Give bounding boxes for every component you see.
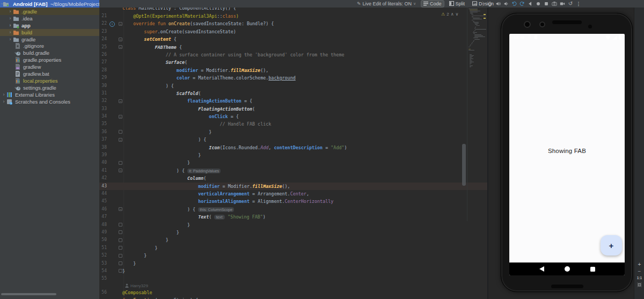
chevron-right-icon[interactable]: › (8, 9, 13, 14)
code-line-28[interactable]: 28 modifier = Modifier.fillMaxSize(), (99, 67, 487, 74)
home-icon[interactable] (536, 1, 541, 6)
code-line-39[interactable]: 39 } (99, 151, 487, 159)
chevron-right-icon[interactable]: › (8, 23, 13, 28)
editor-scrollbar-thumb[interactable] (462, 144, 466, 186)
code-line-38[interactable]: 38 Icon(Icons.Rounded.Add, contentDescri… (99, 144, 487, 151)
code-line[interactable]: class MainActivity : ComponentActivity()… (99, 8, 487, 12)
code-line-49[interactable]: 49 } (99, 229, 487, 236)
code-line-42[interactable]: 42 Column( (99, 174, 487, 182)
code-line-52[interactable]: 52 } (99, 252, 487, 259)
fold-end-icon[interactable] (119, 238, 122, 242)
chevron-down-icon[interactable]: ∨ (413, 2, 416, 6)
rotate-left-icon[interactable] (511, 1, 517, 6)
minimap[interactable] (469, 9, 486, 84)
fold-end-icon[interactable] (119, 246, 122, 250)
code-line-33[interactable]: 33 FloatingActionButton( (99, 105, 487, 113)
tab-code[interactable]: Code (421, 1, 444, 7)
code-line-27[interactable]: 27 Surface( (99, 59, 487, 66)
tree-item-external-libraries[interactable]: ›External Libraries (0, 91, 99, 98)
fold-end-icon[interactable] (119, 230, 122, 234)
code-line-21[interactable]: 21 @OptIn(ExperimentalMaterial3Api::clas… (99, 12, 487, 20)
code-line-35[interactable]: 35 // Handle FAB click (99, 120, 487, 128)
code-line-56[interactable]: 56@Composable (99, 289, 487, 296)
chevron-right-icon[interactable]: › (8, 30, 13, 35)
code-line-53[interactable]: 53 } (99, 260, 487, 267)
tree-item--gitignore[interactable]: .gitignore (0, 42, 99, 49)
fold-end-icon[interactable] (119, 161, 122, 165)
code-line-55[interactable]: 55 (99, 275, 487, 282)
code-line-30[interactable]: 30 ) { (99, 82, 487, 90)
power-icon[interactable] (487, 1, 493, 6)
chevron-right-icon[interactable]: › (8, 37, 13, 42)
volume-down-icon[interactable] (503, 1, 509, 6)
fold-open-icon[interactable]: − (119, 22, 122, 26)
tree-item-gradlew[interactable]: gradlew (0, 63, 99, 70)
nav-recents-button[interactable] (590, 267, 595, 272)
code-line-54[interactable]: 54} (99, 267, 487, 275)
fold-end-icon[interactable] (119, 261, 122, 265)
next-warning-button[interactable]: ∨ (455, 12, 458, 17)
code-line-47[interactable]: 47 Text( text: "Showing FAB") (99, 213, 487, 221)
tree-item-gradlew-bat[interactable]: gradlew.bat (0, 70, 99, 77)
code-line-41[interactable]: 41− ) { it: PaddingValues (99, 167, 487, 174)
fold-end-icon[interactable] (119, 269, 122, 273)
nav-home-button[interactable] (565, 266, 570, 272)
tree-item--gradle[interactable]: ›.gradle (0, 8, 99, 15)
volume-up-icon[interactable] (495, 1, 501, 6)
screenshot-icon[interactable] (552, 1, 557, 6)
fold-open-icon[interactable]: − (119, 38, 122, 41)
code-line[interactable]: fun Greeting(name: String) { (99, 296, 487, 299)
code-line-31[interactable]: 31 Scaffold( (99, 90, 487, 97)
code-line-26[interactable]: 26 // A surface container using the 'bac… (99, 51, 487, 59)
tree-item--idea[interactable]: ›.idea (0, 15, 99, 22)
code-line-48[interactable]: 48 } (99, 221, 487, 229)
tree-item-settings-gradle[interactable]: settings.gradle (0, 84, 99, 91)
prev-warning-button[interactable]: ∧ (451, 12, 454, 17)
live-edit-toggle[interactable]: ✎ Live Edit of literals: ON ∨ (357, 0, 416, 8)
warning-stripe-mark[interactable] (484, 14, 486, 15)
warning-stripe-mark[interactable] (484, 18, 486, 19)
tree-item-app[interactable]: ›app (0, 22, 99, 29)
chevron-right-icon[interactable]: › (1, 92, 6, 97)
code-line-36[interactable]: 36 } (99, 128, 487, 136)
tree-item-build-gradle[interactable]: build.gradle (0, 49, 99, 56)
screen-record-icon[interactable] (560, 1, 565, 6)
project-root-row[interactable]: › Android [FAB] ~/Blogs/MobileProjects/R… (0, 0, 99, 8)
snapshot-icon[interactable]: ↺ (568, 1, 573, 6)
code-line-29[interactable]: 29 color = MaterialTheme.colorScheme.bac… (99, 74, 487, 82)
fold-open-icon[interactable]: − (119, 169, 122, 172)
fold-open-icon[interactable]: − (119, 45, 122, 49)
inspection-widget[interactable]: ⚠ 2 ∧ ∨ (441, 12, 458, 17)
code-line-24[interactable]: 24− setContent { (99, 35, 487, 43)
chevron-right-icon[interactable]: › (1, 99, 6, 104)
tab-split[interactable]: Split (447, 1, 467, 7)
tree-item-gradle[interactable]: ›gradle (0, 36, 99, 43)
zoom-to-fit-button[interactable] (637, 282, 642, 287)
horizontal-scrollbar[interactable] (1, 293, 56, 295)
tree-item-build[interactable]: ›build (0, 29, 99, 36)
zoom-in-button[interactable]: + (638, 262, 641, 267)
code-line-40[interactable]: 40 } (99, 159, 487, 166)
fold-end-icon[interactable] (119, 223, 122, 227)
zoom-actual-size-button[interactable]: 1:1 (637, 276, 642, 280)
code-line-46[interactable]: 46− ) { this: ColumnScope (99, 206, 487, 213)
code-line-23[interactable]: 23 super.onCreate(savedInstanceState) (99, 28, 487, 35)
code-line-37[interactable]: 37− ) { (99, 136, 487, 143)
tree-item-gradle-properties[interactable]: gradle.properties (0, 56, 99, 63)
overview-icon[interactable] (544, 1, 549, 6)
nav-back-button[interactable] (539, 266, 544, 272)
code-line-32[interactable]: 32− floatingActionButton = { (99, 97, 487, 105)
code-line-22[interactable]: 22↑− override fun onCreate(savedInstance… (99, 20, 487, 27)
fold-open-icon[interactable]: − (119, 99, 122, 103)
tree-item-local-properties[interactable]: local.properties (0, 77, 99, 84)
device-screen[interactable]: 10:48 ⚙ Showing FAB + (509, 34, 625, 275)
rotate-right-icon[interactable] (519, 1, 525, 6)
code-line-25[interactable]: 25− FABTheme { (99, 43, 487, 51)
tree-item-scratches-and-consoles[interactable]: ›Scratches and Consoles (0, 98, 99, 105)
code-vision-author[interactable]: Harry329 (99, 283, 487, 289)
fold-end-icon[interactable] (119, 130, 122, 134)
code-line-50[interactable]: 50 } (99, 236, 487, 244)
chevron-right-icon[interactable]: › (8, 16, 13, 21)
fold-end-icon[interactable] (119, 254, 122, 258)
code-line-51[interactable]: 51 } (99, 244, 487, 252)
